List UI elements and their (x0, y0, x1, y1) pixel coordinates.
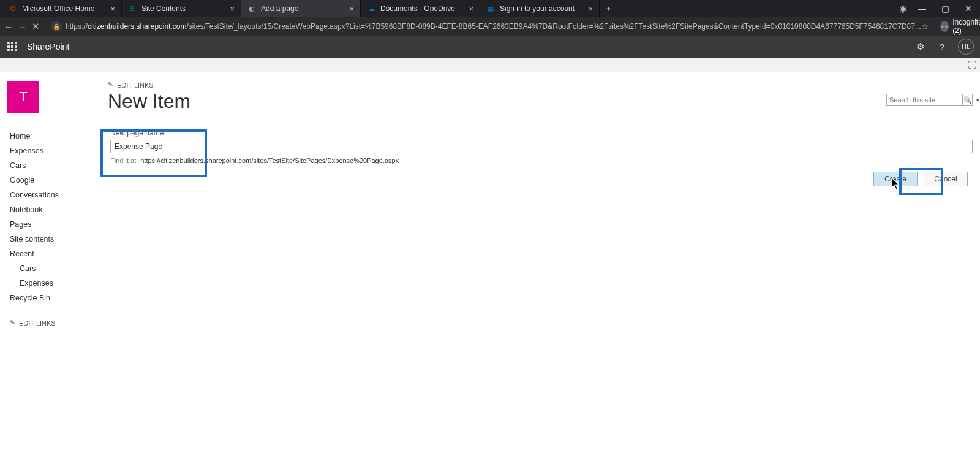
recording-icon: ◉ (895, 0, 910, 17)
find-it-url: https://citizenbuilders.sharepoint.com/s… (140, 157, 399, 164)
close-tab-icon[interactable]: × (469, 4, 473, 13)
browser-tab-active[interactable]: ◐ Add a page × (241, 0, 361, 17)
site-logo[interactable]: T (7, 81, 39, 113)
nav-recent[interactable]: Recent (10, 246, 100, 261)
browser-tab[interactable]: ☁ Documents - OneDrive × (361, 0, 480, 17)
search-scope-dropdown-icon[interactable]: ▾ (976, 97, 979, 104)
nav-conversations[interactable]: Conversations (10, 188, 100, 202)
address-bar[interactable]: 🔒 https://citizenbuilders.sharepoint.com… (45, 19, 935, 34)
suite-bar: SharePoint ⚙ ? HL (0, 36, 980, 58)
search-input[interactable] (889, 96, 974, 104)
brand-label[interactable]: SharePoint (27, 42, 69, 51)
focus-content-icon[interactable]: ⛶ (968, 60, 976, 70)
edit-links-top[interactable]: ✎ EDIT LINKS (108, 81, 190, 89)
pencil-icon: ✎ (108, 81, 113, 89)
office-icon: O (9, 4, 17, 13)
page-title: New Item (108, 90, 190, 113)
incognito-indicator[interactable]: 👓 Incognito (2) (940, 18, 980, 35)
incognito-icon: 👓 (940, 21, 949, 32)
nav-site-contents[interactable]: Site contents (10, 232, 100, 246)
microsoft-icon: ▦ (486, 4, 495, 13)
nav-cars[interactable]: Cars (10, 158, 100, 173)
new-tab-button[interactable]: ＋ (600, 0, 617, 17)
close-tab-icon[interactable]: × (110, 4, 115, 13)
url-text: https://citizenbuilders.sharepoint.com/s… (66, 22, 921, 31)
tab-title: Microsoft Office Home (22, 4, 105, 13)
page-name-input[interactable] (110, 140, 973, 153)
create-button[interactable]: Create (873, 172, 918, 186)
nav-expenses[interactable]: Expenses (10, 143, 100, 158)
tab-title: Add a page (261, 4, 344, 13)
edit-links-label: EDIT LINKS (117, 82, 154, 89)
user-avatar[interactable]: HL (958, 39, 974, 55)
incognito-label: Incognito (2) (952, 18, 980, 35)
help-icon[interactable]: ? (936, 40, 948, 53)
nav-recycle-bin[interactable]: Recycle Bin (10, 291, 100, 305)
nav-recent-cars[interactable]: Cars (10, 261, 100, 276)
browser-toolbar: ← → ✕ 🔒 https://citizenbuilders.sharepoi… (0, 17, 980, 36)
bookmark-star-icon[interactable]: ☆ (921, 21, 929, 31)
pencil-icon: ✎ (10, 319, 15, 327)
minimize-button[interactable]: — (910, 0, 933, 17)
maximize-button[interactable]: ▢ (933, 0, 957, 17)
app-launcher-icon[interactable] (6, 40, 18, 53)
page-name-label: New page name: (110, 129, 973, 137)
ribbon-strip: ⛶ (0, 58, 980, 72)
nav-recent-expenses[interactable]: Expenses (10, 276, 100, 291)
cancel-button[interactable]: Cancel (924, 172, 968, 186)
lock-icon: 🔒 (51, 21, 62, 32)
close-window-button[interactable]: ✕ (957, 0, 980, 17)
sharepoint-icon: S (128, 4, 137, 13)
loading-icon: ◐ (247, 4, 256, 13)
tab-title: Sign in to your account (500, 4, 583, 13)
left-nav: Home Expenses Cars Google Conversations … (10, 129, 100, 327)
search-go-button[interactable]: 🔍 (963, 94, 973, 106)
search-area: ▾ 🔍 (886, 81, 973, 119)
edit-links-label: EDIT LINKS (19, 319, 56, 327)
window-controls: ◉ — ▢ ✕ (895, 0, 980, 17)
tab-title: Site Contents (141, 4, 225, 13)
stop-reload-button[interactable]: ✕ (32, 21, 40, 32)
nav-home[interactable]: Home (10, 129, 100, 143)
nav-pages[interactable]: Pages (10, 217, 100, 232)
forward-button[interactable]: → (18, 21, 27, 32)
page-header: T ✎ EDIT LINKS New Item ▾ 🔍 (0, 72, 980, 119)
find-it-at-text: Find it at https://citizenbuilders.share… (110, 157, 973, 164)
close-tab-icon[interactable]: × (349, 4, 354, 13)
browser-tab[interactable]: ▦ Sign in to your account × (480, 0, 600, 17)
back-button[interactable]: ← (4, 21, 13, 32)
main-content: New page name: Find it at https://citize… (100, 129, 973, 327)
gear-icon[interactable]: ⚙ (914, 40, 926, 53)
onedrive-icon: ☁ (367, 4, 375, 13)
search-box[interactable]: ▾ (886, 94, 963, 106)
close-tab-icon[interactable]: × (230, 4, 235, 13)
nav-google[interactable]: Google (10, 173, 100, 188)
browser-tab[interactable]: O Microsoft Office Home × (2, 0, 122, 17)
close-tab-icon[interactable]: × (588, 4, 593, 13)
browser-tab-strip: O Microsoft Office Home × S Site Content… (0, 0, 980, 17)
nav-notebook[interactable]: Notebook (10, 202, 100, 217)
browser-tab[interactable]: S Site Contents × (122, 0, 241, 17)
edit-links-bottom[interactable]: ✎ EDIT LINKS (10, 319, 100, 327)
tab-title: Documents - OneDrive (380, 4, 464, 13)
